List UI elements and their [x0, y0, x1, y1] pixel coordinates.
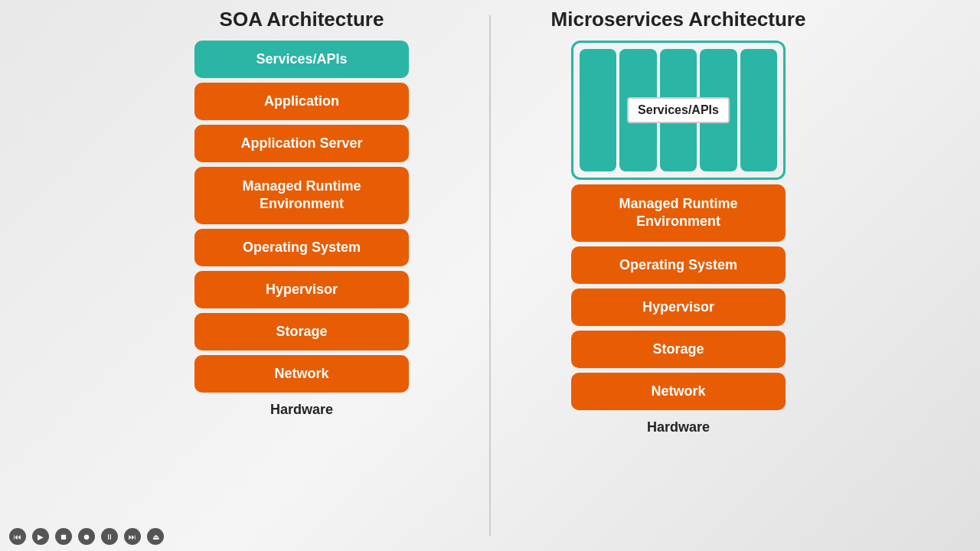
soa-layer-network: Network	[194, 355, 409, 393]
soa-layer-operating-system: Operating System	[194, 229, 409, 266]
microservices-hardware-label: Hardware	[647, 419, 710, 435]
soa-layer-application: Application	[194, 83, 409, 120]
soa-title: SOA Architecture	[220, 8, 384, 31]
main-container: SOA Architecture Services/APIs Applicati…	[0, 0, 980, 551]
soa-column: SOA Architecture Services/APIs Applicati…	[191, 8, 413, 418]
micro-layer-storage: Storage	[571, 331, 786, 368]
soa-hardware-label: Hardware	[270, 402, 333, 418]
soa-layer-services-apis: Services/APIs	[194, 41, 409, 78]
micro-layer-hypervisor: Hypervisor	[571, 289, 786, 326]
soa-layer-hypervisor: Hypervisor	[194, 271, 409, 308]
microservices-services-apis-label: Services/APIs	[627, 97, 730, 123]
microservices-top-section: Services/APIs	[571, 41, 786, 180]
micro-col-1	[580, 49, 616, 171]
column-divider	[489, 15, 491, 536]
micro-col-5	[740, 49, 777, 171]
micro-layer-operating-system: Operating System	[571, 246, 786, 284]
soa-layer-application-server: Application Server	[194, 125, 409, 162]
microservices-title: Microservices Architecture	[551, 8, 806, 31]
microservices-column: Microservices Architecture Services/APIs…	[567, 8, 789, 435]
soa-layer-managed-runtime: Managed RuntimeEnvironment	[194, 167, 409, 224]
soa-layer-storage: Storage	[194, 313, 409, 350]
micro-layer-managed-runtime: Managed RuntimeEnvironment	[571, 184, 786, 242]
micro-layer-network: Network	[571, 373, 786, 410]
